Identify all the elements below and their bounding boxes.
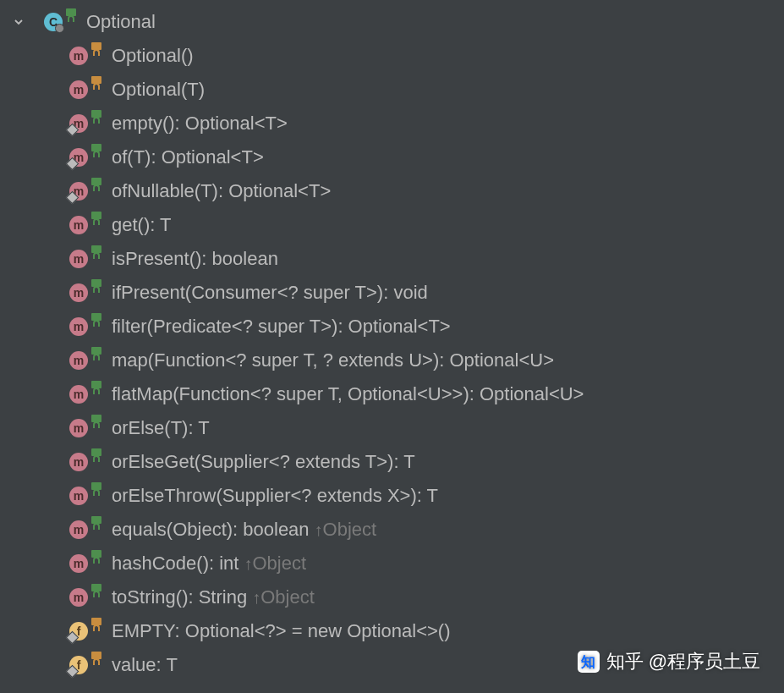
member-signature: value: T bbox=[112, 654, 178, 676]
member-row[interactable]: mOptional(T) bbox=[0, 73, 784, 107]
watermark: 知 知乎 @程序员土豆 bbox=[578, 649, 760, 674]
lock-icon bbox=[91, 388, 101, 400]
member-row[interactable]: mhashCode(): int↑Object bbox=[0, 547, 784, 580]
member-row[interactable]: mof(T): Optional<T> bbox=[0, 140, 784, 174]
lock-icon bbox=[91, 456, 101, 468]
watermark-text: 知乎 @程序员土豆 bbox=[606, 649, 760, 674]
structure-tree: C Optional mOptional()mOptional(T)mempty… bbox=[0, 0, 784, 682]
class-icon: C bbox=[44, 13, 63, 31]
lock-icon bbox=[91, 84, 101, 96]
method-icon: m bbox=[69, 487, 88, 505]
method-icon: m bbox=[69, 351, 88, 370]
member-row[interactable]: mfilter(Predicate<? super T>): Optional<… bbox=[0, 310, 784, 344]
chevron-down-icon[interactable] bbox=[12, 15, 25, 29]
member-row[interactable]: mofNullable(T): Optional<T> bbox=[0, 174, 784, 208]
inherited-from: ↑Object bbox=[244, 553, 306, 575]
member-row[interactable]: morElseGet(Supplier<? extends T>): T bbox=[0, 445, 784, 479]
method-icon: m bbox=[69, 520, 88, 539]
lock-icon bbox=[91, 659, 101, 671]
member-signature: ifPresent(Consumer<? super T>): void bbox=[112, 282, 428, 304]
class-name: Optional bbox=[86, 11, 156, 33]
member-signature: get(): T bbox=[112, 214, 172, 236]
member-row[interactable]: morElseThrow(Supplier<? extends X>): T bbox=[0, 479, 784, 513]
member-signature: Optional() bbox=[112, 45, 194, 67]
member-signature: Optional(T) bbox=[112, 79, 205, 101]
member-signature: equals(Object): boolean bbox=[112, 519, 310, 541]
method-icon: m bbox=[69, 453, 88, 471]
member-row[interactable]: mequals(Object): boolean↑Object bbox=[0, 513, 784, 547]
member-signature: orElseThrow(Supplier<? extends X>): T bbox=[112, 485, 438, 507]
lock-icon bbox=[91, 625, 101, 637]
lock-icon bbox=[91, 219, 101, 231]
member-signature: isPresent(): boolean bbox=[112, 248, 278, 270]
lock-icon bbox=[91, 524, 101, 536]
member-signature: orElseGet(Supplier<? extends T>): T bbox=[112, 451, 415, 473]
method-icon: m bbox=[69, 216, 88, 234]
lock-icon bbox=[91, 321, 101, 333]
lock-icon bbox=[91, 118, 101, 129]
inherited-from: ↑Object bbox=[252, 586, 315, 608]
member-row[interactable]: fEMPTY: Optional<?> = new Optional<>() bbox=[0, 614, 784, 648]
method-icon: m bbox=[69, 385, 88, 404]
tree-root-row[interactable]: C Optional bbox=[0, 5, 784, 39]
member-row[interactable]: mempty(): Optional<T> bbox=[0, 107, 784, 140]
zhihu-logo-icon: 知 bbox=[578, 651, 600, 673]
lock-icon bbox=[91, 50, 101, 62]
lock-icon bbox=[91, 151, 101, 163]
method-icon: m bbox=[69, 588, 88, 607]
lock-icon bbox=[91, 422, 101, 434]
member-signature: flatMap(Function<? super T, Optional<U>>… bbox=[112, 383, 584, 405]
lock-icon bbox=[91, 253, 101, 265]
method-icon: m bbox=[69, 554, 88, 573]
method-icon: m bbox=[69, 419, 88, 437]
member-row[interactable]: mflatMap(Function<? super T, Optional<U>… bbox=[0, 377, 784, 411]
field-icon: f bbox=[69, 656, 88, 674]
member-signature: ofNullable(T): Optional<T> bbox=[112, 180, 331, 202]
method-icon: m bbox=[69, 148, 88, 167]
member-row[interactable]: mOptional() bbox=[0, 39, 784, 73]
lock-icon bbox=[91, 355, 101, 366]
member-row[interactable]: mmap(Function<? super T, ? extends U>): … bbox=[0, 344, 784, 377]
member-signature: EMPTY: Optional<?> = new Optional<>() bbox=[112, 620, 451, 642]
method-icon: m bbox=[69, 317, 88, 336]
lock-icon bbox=[91, 490, 101, 502]
member-row[interactable]: misPresent(): boolean bbox=[0, 242, 784, 276]
lock-icon bbox=[91, 558, 101, 569]
member-signature: toString(): String bbox=[112, 586, 247, 608]
member-signature: filter(Predicate<? super T>): Optional<T… bbox=[112, 316, 451, 338]
method-icon: m bbox=[69, 47, 88, 65]
member-signature: of(T): Optional<T> bbox=[112, 146, 264, 168]
lock-icon bbox=[91, 185, 101, 197]
member-row[interactable]: mifPresent(Consumer<? super T>): void bbox=[0, 276, 784, 310]
method-icon: m bbox=[69, 114, 88, 133]
member-signature: map(Function<? super T, ? extends U>): O… bbox=[112, 349, 554, 371]
lock-icon bbox=[91, 591, 101, 603]
member-signature: empty(): Optional<T> bbox=[112, 113, 288, 135]
member-row[interactable]: mget(): T bbox=[0, 208, 784, 242]
lock-icon bbox=[91, 287, 101, 299]
lock-icon bbox=[66, 16, 76, 28]
method-icon: m bbox=[69, 250, 88, 268]
method-icon: m bbox=[69, 182, 88, 201]
method-icon: m bbox=[69, 80, 88, 99]
member-row[interactable]: mtoString(): String↑Object bbox=[0, 580, 784, 614]
inherited-from: ↑Object bbox=[315, 519, 377, 541]
method-icon: m bbox=[69, 283, 88, 302]
member-row[interactable]: morElse(T): T bbox=[0, 411, 784, 445]
field-icon: f bbox=[69, 622, 88, 641]
member-signature: hashCode(): int bbox=[112, 553, 238, 575]
member-signature: orElse(T): T bbox=[112, 417, 210, 439]
